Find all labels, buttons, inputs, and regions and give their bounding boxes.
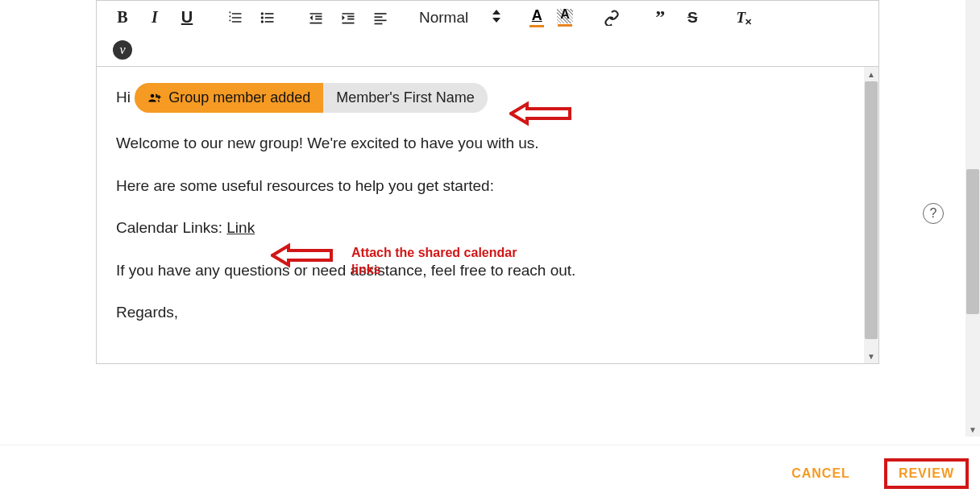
bold-button[interactable]: B bbox=[113, 8, 132, 27]
toolbar: B I U Normal bbox=[97, 1, 878, 67]
format-label: Normal bbox=[419, 9, 468, 27]
editor-scrollbar[interactable]: ▲ ▼ bbox=[864, 67, 878, 363]
unordered-list-button[interactable] bbox=[258, 8, 277, 27]
review-button[interactable]: REVIEW bbox=[895, 462, 957, 485]
quote-button[interactable]: ” bbox=[650, 8, 670, 27]
editor-container: B I U Normal bbox=[96, 0, 879, 364]
strikethrough-button[interactable]: S bbox=[683, 8, 702, 27]
svg-point-2 bbox=[261, 20, 264, 23]
variable-insert-button[interactable]: v bbox=[113, 40, 132, 60]
indent-button[interactable] bbox=[338, 8, 358, 27]
scroll-down-arrow[interactable]: ▼ bbox=[864, 349, 878, 363]
svg-point-0 bbox=[261, 12, 264, 14]
text-color-button[interactable]: A bbox=[529, 7, 544, 27]
svg-rect-7 bbox=[375, 16, 383, 18]
link-button[interactable] bbox=[602, 8, 621, 27]
group-add-icon bbox=[147, 91, 162, 106]
paragraph-signoff: Regards, bbox=[116, 301, 859, 325]
italic-button[interactable]: I bbox=[145, 8, 164, 27]
variable-pill[interactable]: Group member added Member's First Name bbox=[135, 83, 488, 113]
outdent-button[interactable] bbox=[306, 8, 326, 27]
paragraph-calendar: Calendar Links: Link bbox=[116, 217, 859, 240]
format-select[interactable]: Normal bbox=[419, 9, 500, 27]
svg-point-1 bbox=[261, 16, 264, 19]
paragraph-welcome: Welcome to our new group! We're excited … bbox=[116, 132, 859, 155]
page-scroll-down-arrow[interactable]: ▼ bbox=[965, 422, 980, 437]
clear-format-button[interactable]: T✕ bbox=[731, 8, 750, 27]
svg-rect-9 bbox=[375, 23, 383, 24]
scroll-thumb[interactable] bbox=[865, 81, 878, 339]
help-icon-label: ? bbox=[930, 206, 937, 221]
annotation-arrow-2 bbox=[271, 239, 335, 275]
background-color-button[interactable]: A bbox=[557, 9, 573, 27]
help-button[interactable]: ? bbox=[923, 203, 944, 224]
select-arrows-icon bbox=[492, 9, 500, 27]
review-button-highlight: REVIEW bbox=[884, 458, 969, 489]
align-button[interactable] bbox=[371, 8, 390, 27]
calendar-link[interactable]: Link bbox=[226, 219, 255, 236]
paragraph-resources: Here are some useful resources to help y… bbox=[116, 175, 859, 198]
ordered-list-button[interactable] bbox=[226, 8, 245, 27]
annotation-text-calendar: Attach the shared calendar links bbox=[351, 245, 537, 279]
paragraph-greeting: Hi Group member added Member's First Nam… bbox=[116, 83, 859, 113]
underline-button[interactable]: U bbox=[177, 8, 197, 27]
page-scrollbar[interactable]: ▼ bbox=[965, 0, 980, 437]
pill-trigger-label: Group member added bbox=[168, 87, 310, 109]
page-scroll-thumb[interactable] bbox=[966, 169, 979, 314]
editor-body[interactable]: Hi Group member added Member's First Nam… bbox=[97, 67, 878, 363]
scroll-up-arrow[interactable]: ▲ bbox=[864, 67, 878, 81]
annotation-arrow-1 bbox=[509, 97, 574, 133]
svg-rect-3 bbox=[265, 13, 274, 14]
pill-value-label: Member's First Name bbox=[336, 87, 474, 109]
dialog-footer: CANCEL REVIEW bbox=[0, 445, 980, 501]
svg-rect-6 bbox=[375, 13, 387, 14]
svg-rect-4 bbox=[265, 17, 274, 19]
calendar-prefix: Calendar Links: bbox=[116, 219, 226, 236]
cancel-button[interactable]: CANCEL bbox=[780, 458, 862, 489]
svg-rect-8 bbox=[375, 19, 387, 21]
greeting-text: Hi bbox=[116, 89, 135, 106]
svg-rect-5 bbox=[265, 21, 274, 23]
